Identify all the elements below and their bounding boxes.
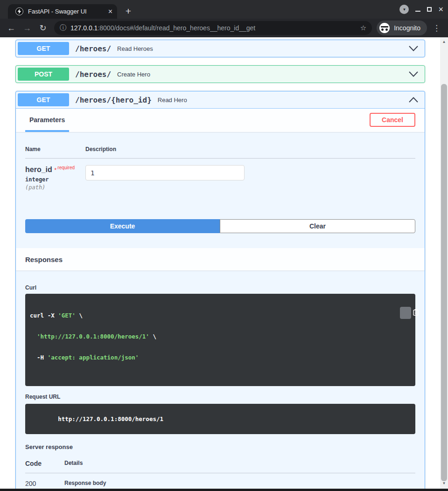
browser-menu-icon[interactable]: ⋮ [430,23,443,33]
method-badge: GET [18,42,69,55]
minimize-icon[interactable] [415,11,420,12]
curl-command-block: curl -X 'GET' \ 'http://127.0.0.1:8000/h… [25,294,415,386]
parameter-type: integer [25,176,85,183]
parameters-table-header: Name Description [25,146,415,159]
parameter-value-cell [85,165,245,180]
endpoint-summary: Read Hero [158,97,187,104]
back-icon[interactable]: ← [5,21,18,35]
endpoint-path: /heroes/ [75,44,111,53]
new-tab-button[interactable]: + [122,6,134,17]
reload-icon[interactable]: ↻ [36,21,49,35]
window-close-icon[interactable]: × [438,5,443,14]
forward-icon[interactable]: → [21,21,34,35]
required-label: required [57,165,75,170]
description-column-header: Description [85,146,116,152]
tab-search-icon[interactable]: ▼ [399,5,409,14]
curl-line: 'http://127.0.0.1:8000/heroes/1' \ [30,333,399,340]
chevron-down-icon[interactable] [409,71,418,77]
chevron-down-icon[interactable] [409,46,418,51]
endpoint-path: /heroes/{hero_id} [75,96,152,104]
address-bar[interactable]: ⓘ 127.0.0.1:8000/docs#/default/read_hero… [54,21,372,35]
request-url-label: Request URL [25,394,415,400]
url-host: 127.0.0.1 [70,24,98,32]
close-tab-icon[interactable]: × [108,8,112,15]
endpoint-path: /heroes/ [75,70,111,79]
code-column-header: Code [25,460,64,467]
server-response-label: Server response [25,443,415,450]
name-column-header: Name [25,146,85,152]
curl-line: curl -X 'GET' \ [30,312,399,319]
parameter-location: (path) [25,184,85,191]
window-bottom-edge [0,489,448,491]
scrollbar-thumb[interactable] [441,84,447,481]
window-controls: ▼ × [399,4,443,15]
fastapi-favicon-icon [15,7,23,15]
response-body-label: Response body [64,480,415,486]
maximize-icon[interactable] [427,7,432,12]
tab-strip: FastAPI - Swagger UI × + ▼ × [0,0,448,19]
copy-icon [392,302,419,324]
swagger-page: GET /heroes/ Read Heroes POST /heroes/ C… [0,37,440,491]
scroll-up-icon[interactable]: ▲ [440,40,448,44]
endpoint-summary: Create Hero [117,71,150,78]
opblock-summary-read-heroes[interactable]: GET /heroes/ Read Heroes [16,40,425,57]
tab-title: FastAPI - Swagger UI [28,8,104,15]
responses-header: Responses [16,248,425,270]
parameters-header: Parameters Cancel [16,109,425,132]
opblock-read-heroes: GET /heroes/ Read Heroes [15,40,425,57]
method-badge: GET [18,93,69,106]
request-url-block: http://127.0.0.1:8000/heroes/1 [25,404,415,434]
browser-chrome: FastAPI - Swagger UI × + ▼ × ← → ↻ ⓘ 127… [0,0,448,37]
url-text: 127.0.0.1:8000/docs#/default/read_hero_h… [70,24,356,32]
site-info-icon[interactable]: ⓘ [60,24,66,32]
copy-curl-button[interactable] [400,307,411,319]
chevron-up-icon[interactable] [409,97,418,103]
page-scrollbar[interactable]: ▲ ▼ [440,37,448,489]
url-path: :8000/docs#/default/read_hero_heroes__he… [98,24,255,32]
parameter-row: hero_id *required integer (path) [25,159,415,219]
clear-button[interactable]: Clear [220,219,415,233]
parameters-section: Name Description hero_id *required integ… [16,132,425,248]
incognito-badge: Incognito [377,21,427,35]
endpoint-summary: Read Heroes [117,45,153,52]
required-star: * [54,166,56,173]
execute-button[interactable]: Execute [25,219,220,233]
hero-id-input[interactable] [85,165,245,180]
curl-label: Curl [25,284,415,291]
details-column-header: Details [64,460,83,467]
cancel-button[interactable]: Cancel [370,113,415,127]
parameter-name: hero_id [25,166,52,173]
incognito-icon [379,23,390,33]
browser-tab[interactable]: FastAPI - Swagger UI × [8,4,117,19]
method-badge: POST [18,68,69,81]
opblock-summary-create-hero[interactable]: POST /heroes/ Create Hero [16,66,425,83]
curl-line: -H 'accept: application/json' [30,354,399,361]
incognito-label: Incognito [394,24,420,32]
scroll-down-icon[interactable]: ▼ [440,481,448,485]
opblock-summary-read-hero[interactable]: GET /heroes/{hero_id} Read Hero [16,91,425,109]
responses-section: Curl curl -X 'GET' \ 'http://127.0.0.1:8… [16,270,425,491]
tab-parameters[interactable]: Parameters [25,116,69,132]
execute-row: Execute Clear [25,219,415,248]
request-url-value: http://127.0.0.1:8000/heroes/1 [58,415,163,422]
responses-title: Responses [25,256,63,263]
bookmark-star-icon[interactable]: ☆ [360,24,366,32]
opblock-create-hero: POST /heroes/ Create Hero [15,65,425,83]
parameter-name-cell: hero_id *required integer (path) [25,165,85,191]
browser-toolbar: ← → ↻ ⓘ 127.0.0.1:8000/docs#/default/rea… [0,19,448,37]
opblock-read-hero: GET /heroes/{hero_id} Read Hero Paramete… [15,91,425,491]
response-table-header: Code Details [25,460,415,473]
